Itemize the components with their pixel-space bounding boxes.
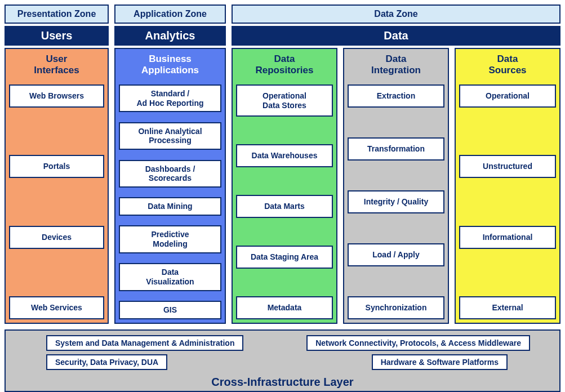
footer-title: Cross-Infrastructure Layer	[12, 373, 553, 389]
title-analytics: Analytics	[114, 26, 226, 46]
item-extraction: Extraction	[348, 84, 444, 108]
item-synchronization: Synchronization	[348, 296, 444, 319]
title-users: Users	[5, 26, 109, 46]
footer-security-privacy: Security, Data Privacy, DUA	[46, 354, 167, 370]
item-integrity-quality: Integrity / Quality	[348, 190, 444, 213]
item-data-staging-area: Data Staging Area	[236, 246, 333, 269]
item-data-mining: Data Mining	[119, 197, 221, 216]
footer-network-connectivity: Network Connectivity, Protocols, & Acces…	[306, 335, 530, 351]
item-data-visualization: DataVisualization	[119, 263, 221, 291]
column-user-interfaces: UserInterfaces Web Browsers Portals Devi…	[5, 48, 109, 324]
item-data-warehouses: Data Warehouses	[236, 144, 333, 167]
column-business-applications: BusinessApplications Standard /Ad Hoc Re…	[114, 48, 226, 324]
column-header: DataIntegration	[344, 49, 448, 81]
column-header: DataRepositories	[233, 49, 336, 81]
footer-hw-sw-platforms: Hardware & Software Platforms	[372, 354, 508, 370]
zone-presentation: Presentation Zone	[5, 5, 109, 24]
title-data: Data	[232, 26, 560, 46]
column-data-integration: DataIntegration Extraction Transformatio…	[343, 48, 449, 324]
zone-data: Data Zone	[232, 5, 560, 24]
item-gis: GIS	[119, 301, 221, 319]
item-unstructured: Unstructured	[459, 155, 556, 178]
item-external: External	[459, 296, 556, 319]
footer-system-data-mgmt: System and Data Management & Administrat…	[46, 335, 243, 351]
column-data-sources: DataSources Operational Unstructured Inf…	[455, 48, 560, 324]
item-olap: Online AnalyticalProcessing	[119, 122, 221, 150]
item-devices: Devices	[9, 226, 104, 249]
column-header: UserInterfaces	[6, 49, 108, 81]
column-header: DataSources	[456, 49, 559, 81]
item-operational: Operational	[459, 84, 556, 108]
column-header-text: DataRepositories	[256, 54, 314, 75]
column-header-text: DataIntegration	[371, 54, 421, 75]
item-load-apply: Load / Apply	[348, 243, 444, 266]
column-header-text: BusinessApplications	[141, 54, 199, 75]
item-web-browsers: Web Browsers	[9, 84, 104, 108]
cross-infrastructure-layer: System and Data Management & Administrat…	[5, 329, 560, 392]
item-predictive-modeling: PredictiveModeling	[119, 225, 221, 253]
item-operational-data-stores: OperationalData Stores	[236, 84, 333, 117]
column-header-text: DataSources	[488, 54, 526, 75]
column-header-text: UserInterfaces	[34, 54, 79, 75]
item-standard-reporting: Standard /Ad Hoc Reporting	[119, 84, 221, 113]
item-transformation: Transformation	[348, 137, 444, 161]
item-portals: Portals	[9, 155, 104, 178]
item-metadata: Metadata	[236, 296, 333, 319]
item-informational: Informational	[459, 226, 556, 249]
item-data-marts: Data Marts	[236, 195, 333, 218]
zone-application: Application Zone	[114, 5, 226, 24]
column-data-repositories: DataRepositories OperationalData Stores …	[232, 48, 337, 324]
item-web-services: Web Services	[9, 296, 104, 319]
item-dashboards: Dashboards /Scorecards	[119, 160, 221, 188]
column-header: BusinessApplications	[115, 49, 225, 81]
